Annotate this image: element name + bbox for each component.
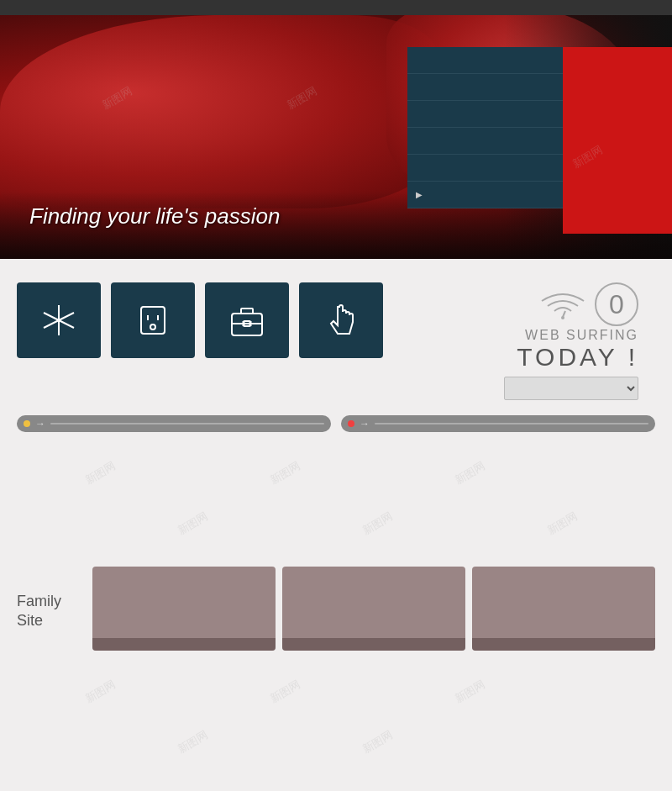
briefcase-icon-box[interactable] — [205, 282, 289, 358]
hero-section: ▶ 新图网 新图网 新图网 新图网 Finding your life's pa… — [0, 15, 672, 259]
power-outlet-icon — [133, 300, 173, 340]
bar-line-2 — [375, 423, 648, 425]
icons-row: 0 WEB SURFING TODAY ! Option 1 Option 2 — [0, 259, 672, 400]
bars-row: → → — [0, 400, 672, 432]
today-label: TODAY ! — [517, 343, 638, 372]
watermark-main-5: 新图网 — [360, 509, 396, 538]
watermark-main-1: 新图网 — [82, 458, 118, 488]
main-watermark-area: 新图网 新图网 新图网 新图网 新图网 新图网 — [0, 432, 672, 567]
family-card-1[interactable] — [92, 567, 276, 651]
bar-item-1: → — [17, 415, 331, 432]
asterisk-icon-box[interactable] — [17, 282, 101, 358]
hero-nav-menu: ▶ — [407, 47, 563, 208]
watermark-main-6: 新图网 — [544, 509, 580, 538]
family-label: Family Site — [17, 567, 92, 631]
nav-item-5[interactable] — [407, 155, 563, 182]
nav-item-3[interactable] — [407, 101, 563, 128]
family-card-2[interactable] — [282, 567, 465, 651]
briefcase-icon — [227, 300, 267, 340]
watermark-bottom-2: 新图网 — [267, 677, 303, 706]
family-section: Family Site — [0, 567, 672, 651]
bar-arrow-2: → — [360, 418, 370, 430]
hero-red-block — [563, 47, 672, 234]
family-label-line2: Site — [17, 611, 43, 630]
hero-cushion-left — [0, 15, 437, 208]
web-icon-row: 0 — [538, 282, 638, 326]
family-label-line1: Family — [17, 592, 61, 611]
watermark-main-3: 新图网 — [452, 458, 488, 488]
bar-item-2: → — [341, 415, 655, 432]
top-bar — [0, 0, 672, 15]
watermark-bottom-3: 新图网 — [452, 677, 488, 706]
watermark-bottom-5: 新图网 — [360, 727, 396, 757]
bar-line-1 — [50, 423, 324, 425]
pointer-icon-box[interactable] — [299, 282, 383, 358]
watermark-bottom-4: 新图网 — [175, 727, 211, 757]
watermark-main-2: 新图网 — [267, 458, 303, 488]
hero-tagline: Finding your life's passion — [29, 203, 280, 229]
bar-arrow-1: → — [35, 418, 45, 430]
wifi-icon — [538, 287, 588, 321]
nav-item-4[interactable] — [407, 128, 563, 155]
svg-point-6 — [150, 324, 155, 330]
bottom-watermark-area: 新图网 新图网 新图网 新图网 新图网 — [0, 651, 672, 791]
nav-arrow-icon: ▶ — [416, 190, 423, 199]
watermark-main-4: 新图网 — [175, 509, 211, 538]
nav-item-2[interactable] — [407, 74, 563, 101]
bar-dot-1 — [24, 420, 30, 427]
asterisk-icon — [39, 300, 79, 340]
pointer-icon — [321, 300, 361, 340]
web-surfing-section: 0 WEB SURFING TODAY ! Option 1 Option 2 — [393, 282, 655, 400]
family-card-3[interactable] — [472, 567, 655, 651]
nav-item-6[interactable]: ▶ — [407, 182, 563, 208]
web-surfing-select[interactable]: Option 1 Option 2 — [504, 377, 638, 400]
bar-dot-2 — [348, 420, 354, 427]
family-cards — [92, 567, 655, 651]
power-outlet-icon-box[interactable] — [111, 282, 195, 358]
svg-point-12 — [561, 316, 564, 319]
web-surfing-label: WEB SURFING — [525, 328, 638, 343]
main-content: 0 WEB SURFING TODAY ! Option 1 Option 2 … — [0, 259, 672, 791]
nav-item-1[interactable] — [407, 47, 563, 74]
watermark-bottom-1: 新图网 — [82, 677, 118, 706]
zero-display: 0 — [595, 282, 638, 326]
